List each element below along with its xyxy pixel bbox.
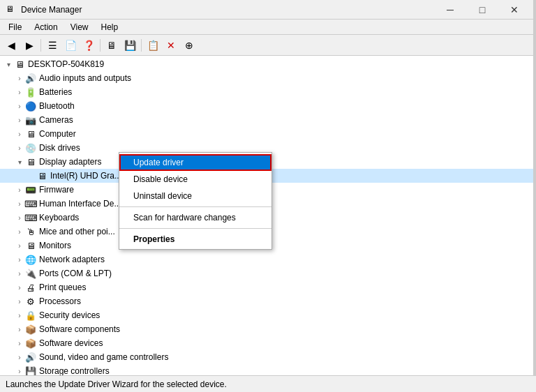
item-label: Ports (COM & LPT)	[39, 269, 112, 278]
tree-item[interactable]: ›🔒Security devices	[0, 308, 536, 322]
status-bar: Launches the Update Driver Wizard for th…	[0, 375, 536, 392]
item-icon: 🖥	[25, 240, 36, 251]
item-icon: 🖱	[25, 226, 36, 237]
item-label: Bluetooth	[39, 101, 75, 111]
item-icon: 🔊	[25, 73, 36, 84]
tree-item[interactable]: ›🔌Ports (COM & LPT)	[0, 266, 536, 280]
maximize-button[interactable]: □	[466, 0, 498, 20]
toolbar-display[interactable]: 🖥	[103, 37, 120, 54]
expand-icon[interactable]: ›	[14, 254, 25, 265]
tree-item[interactable]: ›💾Storage controllers	[0, 364, 536, 375]
tree-item[interactable]: ›📦Software components	[0, 322, 536, 336]
toolbar-new[interactable]: 📋	[144, 37, 161, 54]
tree-item[interactable]: ›🖨Print queues	[0, 280, 536, 294]
item-label: Cameras	[39, 115, 73, 125]
app-icon: 🖥	[6, 4, 17, 15]
expand-icon[interactable]	[25, 170, 36, 181]
menu-action[interactable]: Action	[29, 21, 63, 33]
title-bar: 🖥 Device Manager ─ □ ✕	[0, 0, 536, 20]
item-label: Security devices	[39, 310, 100, 320]
expand-icon[interactable]: ›	[14, 282, 25, 293]
expand-icon[interactable]: ›	[14, 100, 25, 112]
item-icon: 🔵	[25, 100, 36, 112]
item-icon: 🖥	[36, 170, 47, 181]
expand-icon[interactable]: ›	[14, 86, 25, 98]
tree-item[interactable]: ›📷Cameras	[0, 113, 536, 127]
title-bar-left: 🖥 Device Manager	[6, 4, 82, 15]
toolbar-forward[interactable]: ▶	[21, 37, 38, 54]
menu-file[interactable]: File	[3, 21, 27, 33]
expand-icon[interactable]: ›	[14, 226, 25, 237]
expand-icon[interactable]: ›	[14, 365, 25, 375]
status-text: Launches the Update Driver Wizard for th…	[6, 379, 227, 389]
title-bar-controls: ─ □ ✕	[434, 0, 530, 20]
toolbar-separator-1	[40, 39, 41, 52]
item-icon: 🖥	[25, 128, 36, 140]
toolbar-delete[interactable]: ✕	[163, 37, 179, 54]
item-icon: ⌨	[25, 198, 36, 209]
toolbar-help[interactable]: ❓	[80, 37, 97, 54]
item-icon: 🔌	[25, 268, 36, 279]
context-menu-item[interactable]: Uninstall device	[119, 188, 271, 204]
item-label: Software devices	[39, 338, 103, 348]
item-label: Mice and other poi...	[39, 227, 115, 236]
tree-item[interactable]: ›🔊Audio inputs and outputs	[0, 71, 536, 85]
toolbar-save[interactable]: 💾	[121, 37, 138, 54]
window-title: Device Manager	[21, 5, 82, 15]
expand-icon[interactable]: ›	[14, 240, 25, 251]
expand-icon[interactable]: ›	[14, 142, 25, 153]
toolbar-scan[interactable]: ⊕	[181, 37, 198, 54]
toolbar-back[interactable]: ◀	[3, 37, 20, 54]
context-menu-item[interactable]: Scan for hardware changes	[119, 209, 271, 226]
toolbar-separator-2	[100, 39, 100, 52]
expand-icon[interactable]: ›	[14, 324, 25, 335]
tree-item[interactable]: ›🔊Sound, video and game controllers	[0, 350, 536, 364]
toolbar-update[interactable]: 📄	[62, 37, 79, 54]
item-label: Processors	[39, 296, 81, 306]
close-button[interactable]: ✕	[498, 0, 530, 20]
expand-icon[interactable]: ›	[14, 296, 25, 307]
expand-icon[interactable]: ›	[14, 338, 25, 349]
context-menu-item[interactable]: Disable device	[119, 171, 271, 188]
expand-icon[interactable]: ›	[14, 268, 25, 279]
expand-icon[interactable]: ›	[14, 73, 25, 84]
context-menu-item[interactable]: Update driver	[119, 154, 271, 171]
tree-root[interactable]: ▾ 🖥 DESKTOP-504K819	[0, 57, 536, 71]
expand-icon[interactable]: ›	[14, 352, 25, 363]
item-icon: 🔋	[25, 86, 36, 98]
item-label: Human Interface De...	[39, 199, 121, 209]
context-menu-separator	[119, 228, 271, 229]
expand-icon[interactable]: ›	[14, 128, 25, 140]
tree-item[interactable]: ›⚙Processors	[0, 294, 536, 308]
toolbar: ◀ ▶ ☰ 📄 ❓ 🖥 💾 📋 ✕ ⊕	[0, 35, 536, 56]
item-label: Firmware	[39, 185, 74, 195]
expand-icon[interactable]: ▾	[14, 156, 25, 167]
menu-view[interactable]: View	[65, 21, 94, 33]
item-icon: ⌨	[25, 212, 36, 223]
tree-item[interactable]: ›🔵Bluetooth	[0, 99, 536, 113]
tree-item[interactable]: ›🖥Computer	[0, 127, 536, 141]
item-icon: 📷	[25, 114, 36, 126]
expand-icon[interactable]: ›	[14, 184, 25, 195]
root-expand-icon[interactable]: ▾	[3, 59, 14, 70]
root-label: DESKTOP-504K819	[28, 59, 104, 69]
menu-bar: File Action View Help	[0, 20, 536, 35]
item-icon: 🔊	[25, 352, 36, 363]
expand-icon[interactable]: ›	[14, 114, 25, 126]
context-menu-item[interactable]: Properties	[119, 231, 271, 248]
expand-icon[interactable]: ›	[14, 310, 25, 321]
item-icon: ⚙	[25, 296, 36, 307]
tree-item[interactable]: ›🔋Batteries	[0, 85, 536, 99]
item-label: Print queues	[39, 282, 86, 292]
tree-item[interactable]: ›🌐Network adapters	[0, 252, 536, 266]
minimize-button[interactable]: ─	[434, 0, 466, 20]
root-icon: 🖥	[14, 59, 25, 70]
item-label: Intel(R) UHD Gra...	[50, 171, 121, 181]
resize-handle[interactable]	[533, 0, 536, 375]
tree-item[interactable]: ›📦Software devices	[0, 336, 536, 350]
item-label: Audio inputs and outputs	[39, 73, 131, 83]
toolbar-separator-3	[141, 39, 142, 52]
item-label: Batteries	[39, 87, 72, 97]
toolbar-properties[interactable]: ☰	[44, 37, 61, 54]
menu-help[interactable]: Help	[96, 21, 124, 33]
